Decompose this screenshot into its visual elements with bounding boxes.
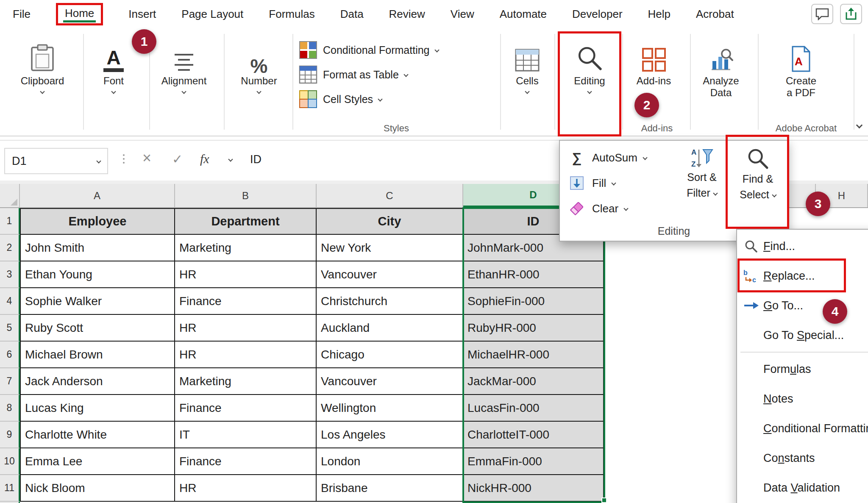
tab-data[interactable]: Data (340, 8, 364, 21)
cell[interactable]: JackMar-000 (463, 368, 604, 395)
cell[interactable]: HR (175, 342, 317, 368)
cancel-button[interactable]: × (142, 149, 151, 167)
editing-button[interactable]: Editing (560, 32, 619, 93)
menu-item-go-to[interactable]: Go To... (737, 291, 868, 320)
fill-button[interactable]: Fill (568, 171, 615, 195)
create-pdf-button[interactable]: A Createa PDF (771, 32, 831, 99)
cell[interactable]: Lucas King (20, 395, 175, 422)
cell[interactable]: Charlotte White (20, 422, 175, 448)
menu-item-formulas[interactable]: Formulas (737, 354, 868, 384)
insert-function-button[interactable]: fx (200, 152, 209, 166)
cell-styles-button[interactable]: Cell Styles (299, 88, 382, 110)
enter-button[interactable]: ✓ (172, 152, 183, 167)
cell[interactable]: IT (175, 422, 317, 448)
row-header[interactable]: 5 (0, 315, 20, 342)
select-all-button[interactable] (0, 184, 20, 207)
cell[interactable]: Jack Anderson (20, 368, 175, 395)
cell[interactable]: Finance (175, 448, 317, 475)
analyze-data-button[interactable]: AnalyzeData (695, 32, 747, 99)
menu-item-data-validation[interactable]: Data Validation (737, 473, 868, 503)
menu-item-go-to-special[interactable]: Go To Special... (737, 320, 868, 350)
cell[interactable]: Christchurch (317, 288, 463, 315)
row-header[interactable]: 2 (0, 235, 20, 261)
cell[interactable]: Los Angeles (317, 422, 463, 448)
column-header-b[interactable]: B (175, 184, 317, 207)
tab-formulas[interactable]: Formulas (269, 8, 314, 21)
find-select-button[interactable]: Find & Select (732, 147, 784, 202)
cell[interactable]: EthanHR-000 (463, 261, 604, 288)
cell[interactable]: HR (175, 475, 317, 502)
tab-file[interactable]: File (13, 8, 31, 21)
tab-automate[interactable]: Automate (500, 8, 547, 21)
cell[interactable]: Department (175, 208, 317, 235)
tab-review[interactable]: Review (389, 8, 425, 21)
fill-handle[interactable] (601, 497, 607, 503)
cell[interactable]: John Smith (20, 235, 175, 261)
cell[interactable]: Nick Bloom (20, 475, 175, 502)
cell[interactable]: Marketing (175, 235, 317, 261)
row-header[interactable]: 11 (0, 475, 20, 502)
menu-item-conditional-formatting[interactable]: Conditional Formatting (737, 414, 868, 443)
column-header-a[interactable]: A (20, 184, 175, 207)
row-header[interactable]: 9 (0, 422, 20, 448)
cell[interactable]: Wellington (317, 395, 463, 422)
cell[interactable]: Auckland (317, 315, 463, 342)
tab-view[interactable]: View (451, 8, 474, 21)
menu-item-replace[interactable]: bc Replace... (737, 261, 868, 291)
cell[interactable]: HR (175, 261, 317, 288)
conditional-formatting-button[interactable]: Conditional Formatting (299, 39, 439, 61)
cell[interactable]: City (317, 208, 463, 235)
cell[interactable]: NickHR-000 (463, 475, 604, 502)
sort-filter-button[interactable]: AZ Sort & Filter (678, 147, 726, 200)
cell[interactable]: Marketing (175, 368, 317, 395)
add-ins-button[interactable]: Add-ins (627, 32, 680, 87)
cell[interactable]: Employee (20, 208, 175, 235)
cell[interactable]: SophieFin-000 (463, 288, 604, 315)
row-header[interactable]: 10 (0, 448, 20, 475)
ribbon-collapse-chevron-icon[interactable] (856, 122, 863, 129)
cell[interactable]: HR (175, 315, 317, 342)
cell[interactable]: RubyHR-000 (463, 315, 604, 342)
row-header[interactable]: 6 (0, 342, 20, 368)
cell[interactable]: Vancouver (317, 261, 463, 288)
cell[interactable]: Vancouver (317, 368, 463, 395)
share-button[interactable] (840, 4, 862, 24)
cell[interactable]: Michael Brown (20, 342, 175, 368)
row-header[interactable]: 8 (0, 395, 20, 422)
cell[interactable]: Ruby Scott (20, 315, 175, 342)
row-header[interactable]: 7 (0, 368, 20, 395)
clear-button[interactable]: Clear (568, 197, 628, 220)
column-header-c[interactable]: C (317, 184, 463, 207)
tab-acrobat[interactable]: Acrobat (696, 8, 734, 21)
tab-page-layout[interactable]: Page Layout (181, 8, 243, 21)
format-as-table-button[interactable]: Format as Table (299, 64, 408, 86)
cell[interactable]: Brisbane (317, 475, 463, 502)
cell[interactable]: London (317, 448, 463, 475)
cell[interactable]: Finance (175, 288, 317, 315)
menu-item-constants[interactable]: Constants (737, 443, 868, 473)
alignment-button[interactable]: Alignment (153, 32, 215, 93)
comments-button[interactable] (811, 4, 833, 24)
clipboard-button[interactable]: Clipboard (13, 32, 72, 93)
formula-input[interactable]: ID (250, 153, 262, 166)
menu-item-find[interactable]: Find... (737, 231, 868, 261)
cell[interactable]: Chicago (317, 342, 463, 368)
tab-insert[interactable]: Insert (128, 8, 156, 21)
tab-help[interactable]: Help (648, 8, 670, 21)
tab-developer[interactable]: Developer (572, 8, 623, 21)
cell[interactable]: Emma Lee (20, 448, 175, 475)
autosum-button[interactable]: ∑ AutoSum (568, 146, 647, 170)
tab-home[interactable]: Home (56, 3, 103, 25)
number-button[interactable]: % Number (229, 32, 289, 93)
cell[interactable]: New York (317, 235, 463, 261)
cell[interactable]: MichaelHR-000 (463, 342, 604, 368)
row-header[interactable]: 1 (0, 208, 20, 235)
cell[interactable]: Ethan Young (20, 261, 175, 288)
cell[interactable]: Finance (175, 395, 317, 422)
cell[interactable]: LucasFin-000 (463, 395, 604, 422)
cell[interactable]: EmmaFin-000 (463, 448, 604, 475)
cells-button[interactable]: Cells (504, 32, 550, 93)
cell[interactable]: Sophie Walker (20, 288, 175, 315)
menu-item-notes[interactable]: Notes (737, 384, 868, 414)
row-header[interactable]: 3 (0, 261, 20, 288)
